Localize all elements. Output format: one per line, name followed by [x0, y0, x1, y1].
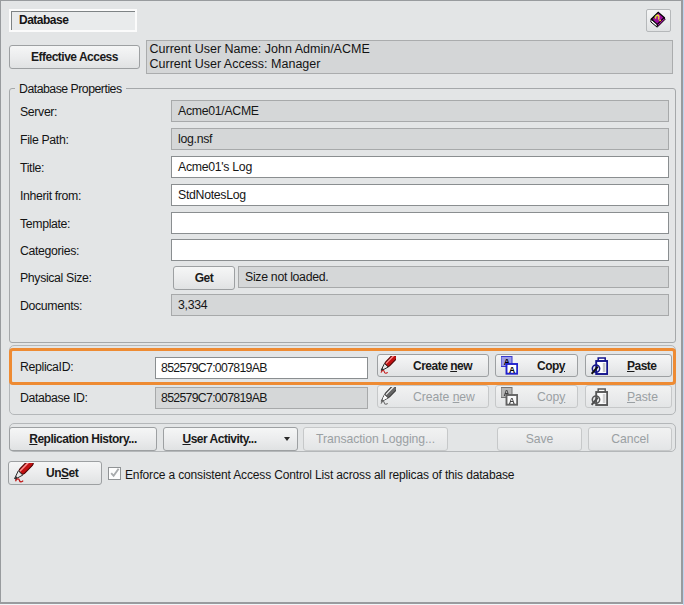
- svg-text:A: A: [509, 396, 515, 406]
- svg-text:A: A: [509, 365, 515, 375]
